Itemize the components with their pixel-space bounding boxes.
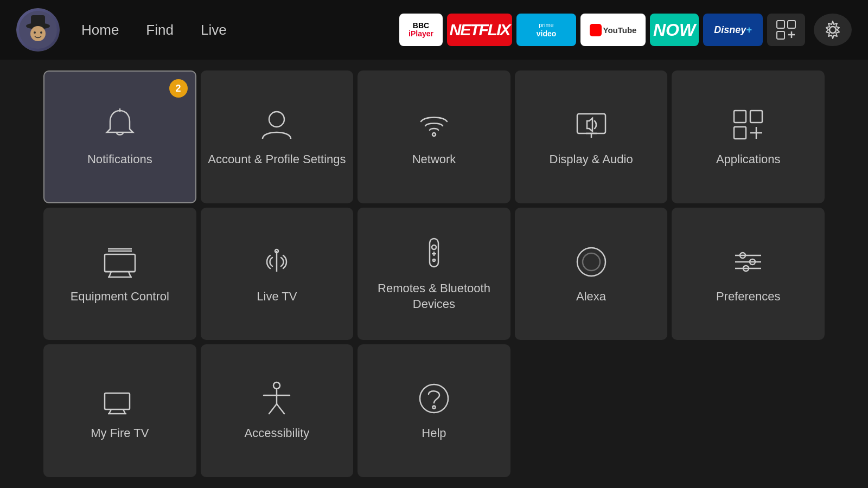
avatar[interactable] xyxy=(16,8,60,52)
svg-rect-7 xyxy=(788,21,795,28)
svg-point-33 xyxy=(432,245,436,249)
tile-account[interactable]: Account & Profile Settings xyxy=(201,70,354,203)
tile-display-audio[interactable]: Display & Audio xyxy=(515,70,668,203)
svg-point-37 xyxy=(577,248,605,276)
wifi-icon xyxy=(416,106,452,143)
fire-tv-icon xyxy=(101,380,138,417)
svg-rect-19 xyxy=(750,111,762,123)
live-tv-icon xyxy=(258,243,295,280)
tile-my-fire-tv[interactable]: My Fire TV xyxy=(43,344,196,477)
tile-live-tv[interactable]: Live TV xyxy=(201,208,354,341)
tile-display-audio-label: Display & Audio xyxy=(550,152,633,168)
svg-rect-44 xyxy=(105,393,130,409)
svg-rect-6 xyxy=(777,21,784,28)
nav-home[interactable]: Home xyxy=(81,22,119,38)
tile-help-label: Help xyxy=(422,426,446,441)
svg-rect-20 xyxy=(734,127,746,139)
svg-point-36 xyxy=(433,259,435,261)
app-disney-plus[interactable]: Disney+ xyxy=(703,14,763,46)
tile-accessibility-label: Accessibility xyxy=(244,426,309,441)
tile-network-label: Network xyxy=(412,152,456,168)
tile-alexa-label: Alexa xyxy=(576,289,606,305)
app-bbc-iplayer[interactable]: BBC iPlayer xyxy=(399,14,443,46)
svg-line-25 xyxy=(109,272,111,277)
svg-line-52 xyxy=(277,404,284,414)
tile-preferences[interactable]: Preferences xyxy=(672,208,825,341)
tile-accessibility[interactable]: Accessibility xyxy=(201,344,354,477)
tile-remotes-bluetooth[interactable]: Remotes & Bluetooth Devices xyxy=(358,208,510,341)
svg-rect-23 xyxy=(105,254,135,272)
nav-find[interactable]: Find xyxy=(146,22,174,38)
tile-applications-label: Applications xyxy=(716,152,781,168)
svg-point-14 xyxy=(432,133,436,136)
tile-preferences-label: Preferences xyxy=(716,289,781,305)
applications-icon xyxy=(730,106,767,143)
app-grid-button[interactable] xyxy=(767,14,805,46)
svg-point-54 xyxy=(432,406,435,409)
equipment-icon xyxy=(101,243,138,280)
tile-equipment-control-label: Equipment Control xyxy=(71,289,169,305)
tile-network[interactable]: Network xyxy=(358,70,510,203)
remote-icon xyxy=(416,235,452,272)
account-icon xyxy=(258,106,295,143)
notification-badge: 2 xyxy=(169,79,188,98)
app-now[interactable]: NOW xyxy=(650,14,699,46)
tile-alexa[interactable]: Alexa xyxy=(515,208,668,341)
svg-rect-2 xyxy=(31,15,45,27)
bell-icon xyxy=(101,106,138,143)
app-youtube[interactable]: ▶ YouTube xyxy=(580,14,646,46)
tile-notifications-label: Notifications xyxy=(87,152,152,168)
tile-help[interactable]: Help xyxy=(358,344,510,477)
tile-my-fire-tv-label: My Fire TV xyxy=(91,426,149,441)
nav-links: Home Find Live xyxy=(81,22,227,38)
streaming-apps: BBC iPlayer NETFLIX prime video ▶ YouTub… xyxy=(399,14,852,46)
tile-notifications[interactable]: 2 Notifications xyxy=(43,70,196,203)
tile-equipment-control[interactable]: Equipment Control xyxy=(43,208,196,341)
app-prime-video[interactable]: prime video xyxy=(516,14,576,46)
nav-live[interactable]: Live xyxy=(201,22,227,38)
accessibility-icon xyxy=(258,380,295,417)
svg-line-51 xyxy=(269,404,277,414)
display-audio-icon xyxy=(573,106,610,143)
help-icon xyxy=(416,380,452,417)
svg-point-3 xyxy=(30,26,46,41)
svg-point-11 xyxy=(829,27,836,33)
settings-grid: 2 Notifications Account & Profile Settin… xyxy=(0,60,868,488)
tile-remotes-bluetooth-label: Remotes & Bluetooth Devices xyxy=(358,281,510,312)
tile-live-tv-label: Live TV xyxy=(257,289,297,305)
svg-point-13 xyxy=(269,112,284,127)
preferences-icon xyxy=(730,243,767,280)
app-netflix[interactable]: NETFLIX xyxy=(447,14,512,46)
top-navigation: Home Find Live BBC iPlayer NETFLIX prime… xyxy=(0,0,868,60)
svg-line-26 xyxy=(129,272,131,277)
svg-rect-18 xyxy=(734,111,746,123)
tile-applications[interactable]: Applications xyxy=(672,70,825,203)
alexa-icon xyxy=(573,243,610,280)
svg-rect-8 xyxy=(777,31,784,39)
settings-gear-button[interactable] xyxy=(814,14,852,46)
svg-point-5 xyxy=(40,31,42,34)
svg-point-48 xyxy=(273,382,280,389)
svg-point-4 xyxy=(34,31,36,34)
tile-account-label: Account & Profile Settings xyxy=(208,152,346,168)
